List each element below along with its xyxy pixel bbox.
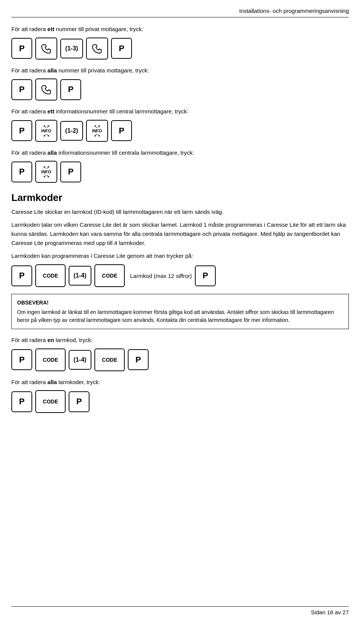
key-P-7: P [11,162,32,182]
section-delete-all-info: För att radera alla informationsnummer t… [11,149,349,183]
key-P-del1-2: P [128,349,149,370]
key-row-delete-one-private: P (1-3) P [11,38,349,60]
key-range-1-4-prog: (1-4) [69,266,91,286]
section-delete-all-private-text: För att radera alla nummer till privata … [11,66,349,75]
page-container: Installations- och programmeringsanvisni… [0,0,364,623]
key-P-delall-2: P [69,391,89,412]
key-INFO-1: ↖↗ INFO ↙↘ [35,120,57,142]
key-row-program-larmkod: P CODE (1-4) CODE Larmkod (max 12 siffro… [11,264,349,287]
section-delete-one-info: För att radera ett informationsnummer ti… [11,107,349,142]
key-P-3: P [11,79,32,100]
key-row-delete-all-private: P P [11,78,349,100]
key-row-delete-one-larmkod: P CODE (1-4) CODE P [11,348,349,371]
section-delete-all-private: För att radera alla nummer till privata … [11,66,349,101]
page-header: Installations- och programmeringsanvisni… [11,8,349,17]
section-delete-one-private-text: För att radera ett nummer till privat mo… [11,25,349,34]
key-range-1-4-del1: (1-4) [69,350,91,370]
page-title: Installations- och programmeringsanvisni… [239,8,349,14]
section-delete-one-private: För att radera ett nummer till privat mo… [11,25,349,60]
key-P-delall-1: P [11,391,32,412]
larmkoder-intro: Larmkoden kan programmeras i Caresse Lit… [11,251,349,260]
key-P-2: P [111,38,132,59]
key-P-8: P [60,162,81,182]
key-P-prog-2: P [195,265,216,286]
obs-box: OBSEVERA! Om ingen larmkod är länkat til… [11,294,349,329]
key-P-1: P [11,38,32,59]
larmkoder-para1: Caresse Lite skickar en larmkod (ID-kod)… [11,207,349,217]
obs-title: OBSEVERA! [17,299,343,307]
key-CODE-5: CODE [35,390,66,413]
page-number: Sidan 16 av 27 [311,609,349,615]
key-CODE-4: CODE [94,348,125,371]
key-row-delete-one-info: P ↖↗ INFO ↙↘ (1-2) ↖↗ INFO ↙↘ P [11,120,349,142]
section-delete-all-larmkod-text: För att radera alla larmkoder, tryck: [11,378,349,387]
key-CODE-2: CODE [94,264,125,287]
obs-text: Om ingen larmkod är länkat till en larmm… [17,308,343,324]
key-phone-3 [35,78,57,100]
key-phone-1 [35,38,57,60]
key-P-6: P [111,120,132,141]
section-delete-all-larmkod: För att radera alla larmkoder, tryck: P … [11,378,349,413]
key-INFO-3: ↖↗ INFO ↙↘ [35,161,57,183]
section-delete-all-info-text: För att radera alla informationsnummer t… [11,149,349,157]
larmkod-label: Larmkod (max 12 siffror) [130,273,192,279]
key-phone-2 [86,38,108,60]
section-larmkoder: Larmkoder Caresse Lite skickar en larmko… [11,192,349,329]
key-row-delete-all-larmkod: P CODE P [11,390,349,413]
key-P-del1-1: P [11,349,32,370]
key-range-1-3: (1-3) [60,39,83,58]
page-footer: Sidan 16 av 27 [11,606,349,615]
key-range-1-2: (1-2) [60,121,83,141]
section-delete-one-larmkod-text: För att radera en larmkod, tryck: [11,336,349,345]
section-delete-one-larmkod: För att radera en larmkod, tryck: P CODE… [11,336,349,371]
larmkoder-para2: Larmkoden talar om vilken Caresse Lite d… [11,220,349,248]
key-P-4: P [60,79,81,100]
key-INFO-2: ↖↗ INFO ↙↘ [86,120,108,142]
key-CODE-3: CODE [35,348,66,371]
key-row-delete-all-info: P ↖↗ INFO ↙↘ P [11,161,349,183]
larmkoder-heading: Larmkoder [11,192,349,204]
key-CODE-1: CODE [35,264,66,287]
section-delete-one-info-text: För att radera ett informationsnummer ti… [11,107,349,116]
key-P-5: P [11,120,32,141]
key-P-prog-1: P [11,265,32,286]
